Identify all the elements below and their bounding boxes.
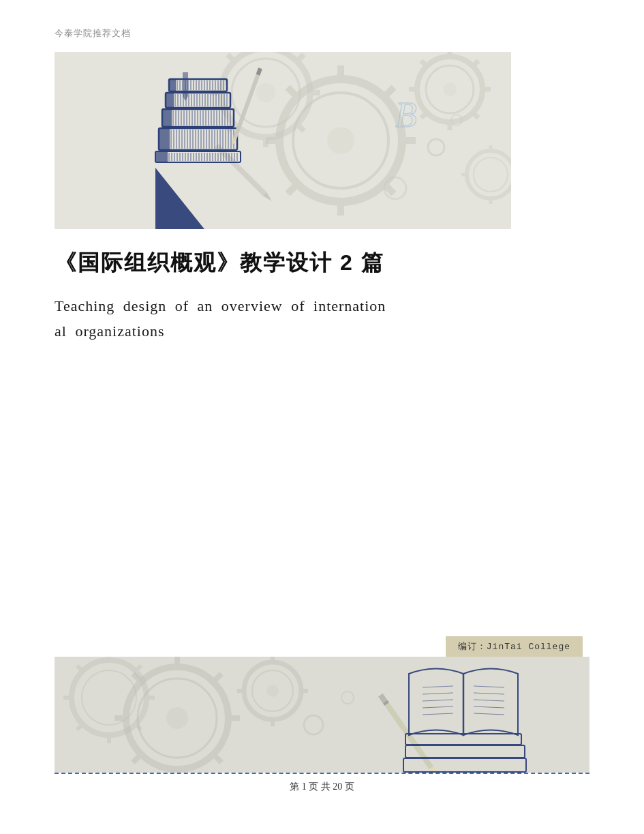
page-number: 第 1 页 共 20 页 bbox=[55, 781, 589, 793]
svg-rect-139 bbox=[183, 72, 188, 96]
subtitle-line1: Teaching design of an overview of intern… bbox=[55, 297, 386, 314]
header-image: B bbox=[55, 52, 511, 229]
svg-point-175 bbox=[166, 707, 188, 729]
subtitle-line2: al organizations bbox=[55, 323, 165, 340]
svg-rect-114 bbox=[159, 128, 170, 150]
svg-rect-68 bbox=[166, 93, 174, 108]
svg-text:B: B bbox=[395, 95, 417, 134]
watermark-label: 今泰学院推荐文档 bbox=[55, 27, 131, 40]
bottom-section: 编订：JinTai College bbox=[55, 636, 589, 793]
subtitle: Teaching design of an overview of intern… bbox=[55, 293, 386, 344]
svg-rect-48 bbox=[169, 79, 176, 91]
svg-point-14 bbox=[443, 83, 457, 96]
editor-badge: 编订：JinTai College bbox=[446, 636, 583, 657]
svg-rect-142 bbox=[155, 151, 168, 162]
document-page: 今泰学院推荐文档 bbox=[0, 0, 644, 834]
svg-rect-90 bbox=[162, 109, 172, 127]
main-title: 《国际组织概观》教学设计 2 篇 bbox=[55, 248, 384, 278]
dashed-divider bbox=[55, 773, 589, 775]
footer-image bbox=[55, 657, 589, 773]
svg-point-25 bbox=[256, 83, 275, 102]
svg-point-186 bbox=[266, 685, 279, 697]
svg-point-3 bbox=[327, 127, 354, 154]
